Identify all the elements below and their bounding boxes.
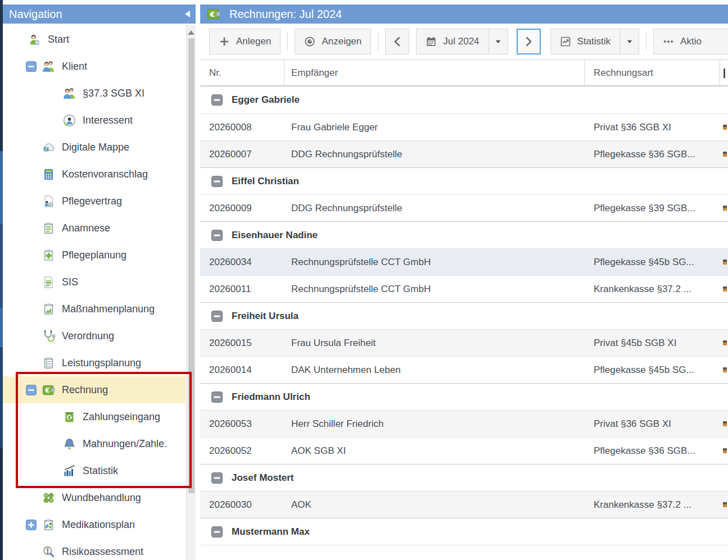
collapse-group-icon[interactable] (211, 230, 223, 241)
group-name: Eiffel Christian (232, 176, 299, 187)
invoice-row[interactable]: 20260014DAK Unternehmen LebenPflegekasse… (200, 356, 728, 383)
previous-month-button[interactable] (385, 29, 409, 54)
nav-item-leistungsplanung[interactable]: Leistungsplanung (3, 349, 186, 376)
nav-item-statistik[interactable]: Statistik (3, 457, 186, 484)
invoice-row[interactable]: 20260034Rechnungsprüfstelle CCT GmbHPfle… (200, 248, 728, 275)
nav-item-label: Digitale Mappe (62, 142, 129, 153)
toolbar-separator (378, 32, 378, 51)
group-header-row[interactable]: Egger Gabriele (200, 86, 728, 113)
invoice-number-cell: 20260052 (200, 438, 284, 464)
minus-toggle-icon[interactable] (26, 385, 37, 395)
invoice-type-cell: Privat §45b SGB XI (585, 330, 720, 356)
group-name: Josef Mostert (232, 472, 294, 484)
nav-item-label: Maßnahmenplanung (62, 303, 155, 315)
nav-item-medikationsplan[interactable]: Medikationsplan (3, 511, 186, 538)
nav-item-label: Klient (62, 61, 87, 72)
invoice-row[interactable]: 20260011Rechnungsprüfstelle CCT GmbHKran… (200, 275, 728, 302)
nav-item-pflegevertrag[interactable]: Pflegevertrag (3, 188, 186, 215)
invoice-number-cell: 20260053 (200, 411, 284, 437)
nav-item-wundbehandlung[interactable]: Wundbehandlung (3, 484, 186, 511)
nav-item-zahlungseingang[interactable]: €Zahlungseingang (3, 403, 186, 430)
statistics-dropdown-button[interactable] (620, 29, 639, 54)
nav-item-sis[interactable]: SIS (3, 268, 186, 295)
nav-item-klient[interactable]: Klient (3, 53, 186, 80)
svg-text:€: € (209, 10, 215, 19)
nav-item-pflegeplanung[interactable]: Pflegeplanung (3, 242, 186, 268)
statistics-button[interactable]: Statistik (550, 29, 621, 54)
group-header-row[interactable]: Eiffel Christian (200, 167, 728, 194)
clipped-cell-icon (723, 286, 727, 292)
collapse-panel-icon[interactable] (185, 11, 190, 17)
clipped-cell (720, 438, 728, 464)
clipped-cell-icon (723, 367, 727, 372)
nav-item-label: Wundbehandlung (62, 492, 141, 504)
nav-item-anamnese[interactable]: Anamnese (3, 215, 186, 242)
invoice-number-cell: 20260015 (200, 330, 284, 356)
invoice-type-cell: Privat §36 SGB XI (585, 114, 720, 140)
group-header-row[interactable]: Freiheit Ursula (200, 302, 728, 329)
column-header-empfaenger[interactable]: Empfänger (284, 60, 585, 85)
clipped-cell-icon (723, 502, 727, 507)
column-header-clipped[interactable] (720, 60, 728, 85)
collapse-group-icon[interactable] (211, 176, 223, 187)
invoice-row[interactable]: 20260009DDG RechnungsprüfstellePflegekas… (200, 194, 728, 221)
collapse-group-icon[interactable] (211, 311, 223, 322)
show-button[interactable]: Anzeigen (295, 29, 371, 54)
period-dropdown-button[interactable] (489, 29, 508, 54)
main-panel: € Rechnungen: Jul 2024 Anlegen Anzeigen … (200, 4, 728, 560)
collapse-group-icon[interactable] (211, 94, 223, 106)
nav-item-label: Start (48, 34, 69, 45)
column-header-rechnungsart[interactable]: Rechnungsart (585, 60, 720, 85)
scrollbar-thumb[interactable] (188, 38, 195, 493)
invoice-row[interactable]: 20260030AOKKrankenkasse §37.2 ... (200, 491, 728, 518)
group-header-row[interactable]: Mustermann Max (200, 518, 728, 545)
clipped-cell (720, 357, 728, 383)
next-month-button[interactable] (517, 29, 541, 54)
invoice-row[interactable]: 20260052AOK SGB XIPflegekasse §36 SGB... (200, 437, 728, 464)
nav-item-verordnung[interactable]: Verordnung (3, 322, 186, 349)
scroll-up-icon[interactable] (188, 30, 195, 35)
nav-item-rechnung[interactable]: €Rechnung (3, 376, 186, 403)
plus-toggle-icon[interactable] (26, 520, 37, 530)
invoice-icon: € (207, 7, 220, 21)
collapse-group-icon[interactable] (211, 526, 223, 538)
period-button[interactable]: Jul 2024 (416, 29, 489, 54)
nav-item-digitale-mappe[interactable]: Digitale Mappe (3, 134, 186, 161)
svg-text:€: € (67, 415, 71, 420)
nav-item-interessent[interactable]: Interessent (3, 107, 186, 134)
nav-item-37-3-sgb-xi[interactable]: §37.3 SGB XI (3, 80, 186, 107)
recipient-cell: DDG Rechnungsprüfstelle (284, 195, 585, 221)
column-header-nr[interactable]: Nr. (200, 60, 284, 85)
invoice-row[interactable]: 20260008Frau Gabriele EggerPrivat §36 SG… (200, 113, 728, 140)
group-header-row[interactable]: Friedmann Ulrich (200, 383, 728, 410)
recipient-cell: Rechnungsprüfstelle CCT GmbH (284, 276, 585, 302)
nav-item-mahnungen-zahle[interactable]: Mahnungen/Zahle. (3, 430, 186, 457)
actions-button[interactable]: Aktio (653, 29, 728, 54)
nav-item-start[interactable]: Start (3, 26, 186, 53)
collapse-group-icon[interactable] (211, 472, 223, 484)
caret-down-icon (495, 38, 501, 45)
nav-item-label: Pflegevertrag (62, 195, 122, 207)
clipped-cell-icon (723, 340, 727, 345)
group-header-row[interactable]: Eisenhauer Nadine (200, 221, 728, 248)
nav-item-label: Leistungsplanung (62, 357, 141, 369)
create-button[interactable]: Anlegen (209, 29, 281, 54)
nav-item-risikoassessment[interactable]: Risikoassessment (3, 538, 186, 560)
nav-item-ma-nahmenplanung[interactable]: Maßnahmenplanung (3, 295, 186, 322)
invoice-row[interactable]: 20260053Herr Schiller FriedrichPrivat §3… (200, 410, 728, 437)
group-header-row[interactable]: Josef Mostert (200, 464, 728, 491)
invoice-row[interactable]: 20260015Frau Ursula FreiheitPrivat §45b … (200, 329, 728, 356)
invoice-row[interactable]: 20260007DDG RechnungsprüfstellePflegekas… (200, 140, 728, 167)
nav-item-kostenvoranschlag[interactable]: Kostenvoranschlag (3, 161, 186, 188)
recipient-cell: AOK SGB XI (284, 438, 585, 464)
minus-toggle-icon[interactable] (26, 61, 37, 72)
clipped-cell (720, 195, 728, 221)
clipped-cell (720, 330, 728, 356)
recipient-cell: DDG Rechnungsprüfstelle (284, 141, 585, 167)
invoice-number-cell: 20260034 (200, 249, 284, 275)
collapse-group-icon[interactable] (211, 391, 223, 403)
nav-item-label: Kostenvoranschlag (62, 169, 148, 180)
invoice-type-cell: Krankenkasse §37.2 ... (585, 491, 720, 518)
nav-scrollbar[interactable] (186, 25, 196, 560)
wundbehandlung-icon (42, 491, 55, 504)
